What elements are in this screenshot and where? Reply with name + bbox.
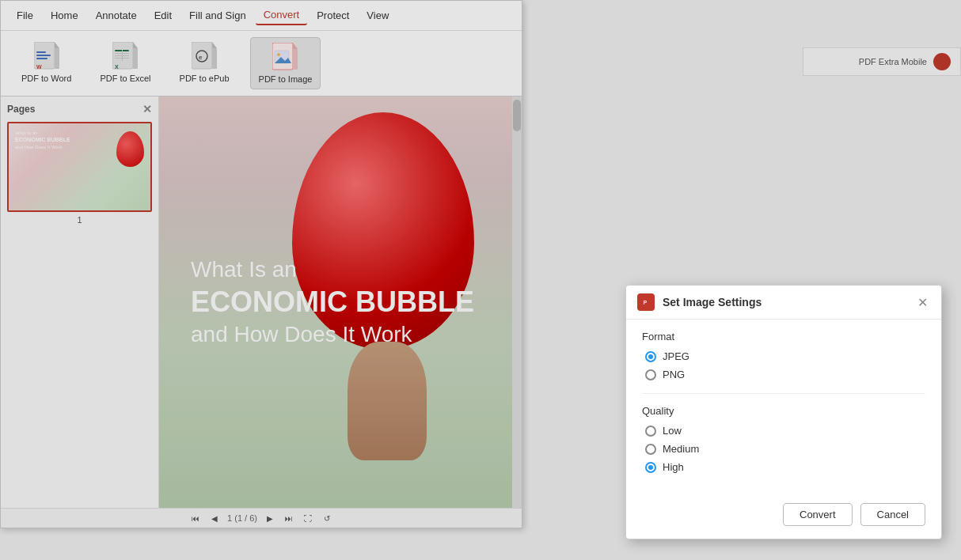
svg-text:P: P: [644, 300, 648, 305]
section-divider: [642, 393, 925, 394]
format-png-radio[interactable]: [645, 369, 656, 380]
format-jpeg-dot: [648, 354, 653, 359]
quality-high-radio[interactable]: [645, 462, 656, 473]
quality-low-label: Low: [663, 425, 682, 437]
quality-radio-group: Low Medium High: [642, 425, 925, 473]
quality-medium-radio[interactable]: [645, 444, 656, 455]
dialog-app-icon: P: [637, 293, 655, 311]
quality-high-option[interactable]: High: [645, 461, 925, 473]
set-image-settings-dialog: P Set Image Settings ✕ Format JPEG PNG Q…: [625, 285, 942, 539]
format-radio-group: JPEG PNG: [642, 350, 925, 380]
format-section-label: Format: [642, 331, 925, 342]
format-jpeg-option[interactable]: JPEG: [645, 350, 925, 362]
quality-low-option[interactable]: Low: [645, 425, 925, 437]
quality-section-label: Quality: [642, 405, 925, 417]
dialog-title: Set Image Settings: [663, 296, 906, 308]
quality-medium-option[interactable]: Medium: [645, 443, 925, 455]
quality-high-dot: [648, 465, 653, 470]
format-jpeg-label: JPEG: [663, 350, 689, 362]
format-png-label: PNG: [663, 369, 685, 380]
dialog-close-button[interactable]: ✕: [914, 294, 930, 310]
dialog-body: Format JPEG PNG Quality Low Medi: [626, 320, 941, 497]
convert-button[interactable]: Convert: [783, 503, 853, 526]
format-jpeg-radio[interactable]: [645, 351, 656, 362]
cancel-button[interactable]: Cancel: [860, 503, 925, 526]
dialog-header: P Set Image Settings ✕: [626, 286, 941, 320]
dialog-footer: Convert Cancel: [626, 503, 941, 526]
quality-medium-label: Medium: [663, 443, 699, 455]
quality-high-label: High: [663, 461, 684, 473]
format-png-option[interactable]: PNG: [645, 369, 925, 380]
quality-low-radio[interactable]: [645, 426, 656, 437]
